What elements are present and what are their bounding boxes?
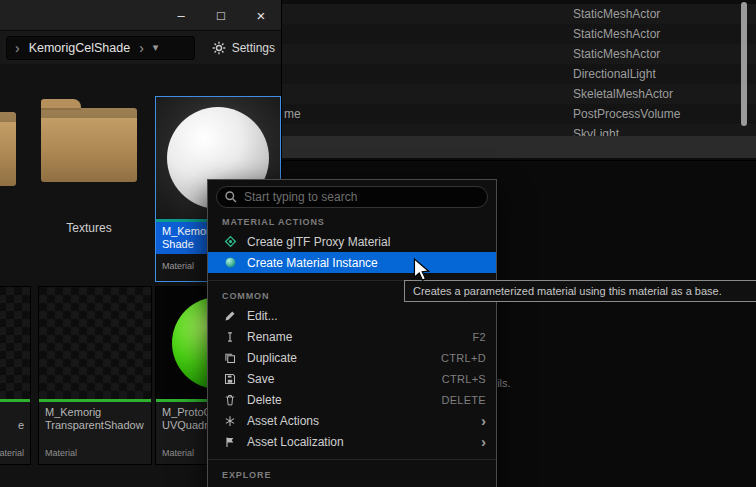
actor-type-label: StaticMeshActor	[573, 27, 660, 41]
menu-item-create-material-instance[interactable]: Create Material Instance	[208, 252, 496, 273]
asset-name-fragment: e	[0, 419, 24, 432]
unreal-editor-screen: StaticMeshActor StaticMeshActor StaticMe…	[0, 0, 756, 487]
content-browser-navbar: › KemorigCelShade › ▾ Settings	[0, 31, 281, 65]
outliner-row[interactable]: SkeletalMeshActor	[282, 84, 756, 104]
material-thumbnail	[0, 287, 30, 399]
menu-item-label: Create Material Instance	[247, 256, 486, 270]
outliner-scrollbar[interactable]	[741, 2, 747, 126]
asset-tile-m-kemorig-transparentshadow[interactable]: M_Kemorig TransparentShadow Material	[38, 286, 152, 465]
outliner-row[interactable]: me PostProcessVolume	[282, 104, 756, 124]
submenu-arrow-icon: ›	[481, 413, 486, 428]
outliner-row-list: StaticMeshActor StaticMeshActor StaticMe…	[282, 4, 756, 144]
actor-type-label: DirectionalLight	[573, 67, 656, 81]
menu-search	[216, 186, 488, 208]
actor-type-label: StaticMeshActor	[573, 47, 660, 61]
outliner-selected-row[interactable]	[282, 136, 756, 158]
asset-tile-partial[interactable]: e Material	[0, 286, 31, 465]
folder-icon	[0, 112, 16, 186]
close-button[interactable]: ×	[241, 0, 281, 30]
material-thumbnail	[39, 287, 151, 399]
shortcut-label: DELETE	[441, 394, 486, 406]
material-instance-icon	[222, 255, 238, 271]
asset-name-label: M_Kemorig TransparentShadow	[39, 402, 151, 440]
tooltip: Creates a parameterized material using t…	[404, 280, 756, 302]
menu-section-explore: EXPLORE Show in Folder View CTRL+B	[208, 459, 496, 487]
menu-item-label: Asset Localization	[247, 435, 472, 449]
menu-item-asset-actions[interactable]: Asset Actions ›	[208, 410, 496, 431]
duplicate-icon	[222, 350, 238, 366]
shortcut-label: CTRL+S	[442, 373, 486, 385]
chevron-right-icon[interactable]: ›	[139, 41, 144, 55]
menu-item-rename[interactable]: Rename F2	[208, 326, 496, 347]
menu-item-label: Asset Actions	[247, 414, 472, 428]
settings-button[interactable]: Settings	[211, 40, 275, 56]
chevron-right-icon[interactable]: ›	[15, 41, 20, 55]
maximize-button[interactable]: □	[201, 0, 241, 30]
gear-icon	[211, 40, 227, 56]
asset-actions-icon	[222, 413, 238, 429]
breadcrumb-path-label[interactable]: KemorigCelShade	[29, 41, 130, 55]
menu-item-label: Create glTF Proxy Material	[247, 235, 486, 249]
outliner-row[interactable]: StaticMeshActor	[282, 24, 756, 44]
menu-section-common: COMMON Edit... Rename F2 Duplicate	[208, 280, 496, 452]
folder-label: Textures	[40, 221, 138, 235]
menu-item-label: Delete	[247, 393, 432, 407]
window-titlebar: – □ ×	[0, 0, 281, 31]
menu-item-asset-localization[interactable]: Asset Localization ›	[208, 431, 496, 452]
trash-icon	[222, 392, 238, 408]
folder-icon	[41, 108, 137, 182]
section-header-explore: EXPLORE	[222, 470, 482, 480]
shortcut-label: CTRL+D	[441, 352, 486, 364]
folder-item-textures[interactable]: Textures	[40, 108, 138, 182]
menu-item-create-gltf-proxy-material[interactable]: Create glTF Proxy Material	[208, 231, 496, 252]
submenu-arrow-icon: ›	[481, 434, 486, 449]
asset-context-menu: MATERIAL ACTIONS Create glTF Proxy Mater…	[207, 179, 497, 487]
menu-item-save[interactable]: Save CTRL+S	[208, 368, 496, 389]
gltf-icon	[222, 234, 238, 250]
asset-type-label: Material	[0, 440, 30, 464]
rename-icon	[222, 329, 238, 345]
actor-type-label: PostProcessVolume	[573, 107, 680, 121]
shortcut-label: F2	[473, 331, 486, 343]
menu-search-input[interactable]	[216, 186, 488, 208]
asset-name-line2: TransparentShadow	[45, 419, 145, 432]
outliner-row[interactable]: DirectionalLight	[282, 64, 756, 84]
settings-label: Settings	[232, 41, 275, 55]
section-header-material-actions: MATERIAL ACTIONS	[222, 217, 482, 227]
save-icon	[222, 371, 238, 387]
menu-item-edit[interactable]: Edit...	[208, 305, 496, 326]
menu-item-duplicate[interactable]: Duplicate CTRL+D	[208, 347, 496, 368]
asset-name-line1: M_Kemorig	[45, 406, 145, 419]
outliner-row[interactable]: StaticMeshActor	[282, 4, 756, 24]
asset-type-label: Material	[39, 440, 151, 464]
menu-item-label: Duplicate	[247, 351, 432, 365]
chevron-down-icon[interactable]: ▾	[153, 42, 159, 53]
path-breadcrumb[interactable]: › KemorigCelShade › ▾	[6, 36, 195, 60]
actor-type-label: StaticMeshActor	[573, 7, 660, 21]
minimize-button[interactable]: –	[161, 0, 201, 30]
menu-item-label: Rename	[247, 330, 464, 344]
actor-name-fragment: me	[284, 107, 301, 121]
menu-item-delete[interactable]: Delete DELETE	[208, 389, 496, 410]
edit-icon	[222, 308, 238, 324]
outliner-row[interactable]: StaticMeshActor	[282, 44, 756, 64]
menu-item-label: Edit...	[247, 309, 486, 323]
asset-name-label: e	[0, 402, 30, 440]
flag-icon	[222, 434, 238, 450]
folder-item-partial[interactable]	[0, 112, 16, 186]
actor-type-label: SkeletalMeshActor	[573, 87, 673, 101]
menu-item-label: Save	[247, 372, 433, 386]
search-icon	[224, 190, 238, 204]
